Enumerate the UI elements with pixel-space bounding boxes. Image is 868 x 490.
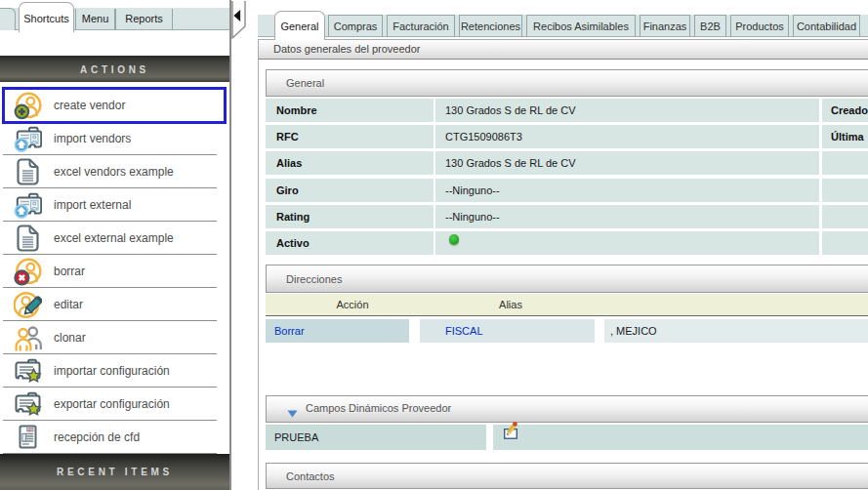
svg-text:001: 001: [27, 429, 33, 432]
